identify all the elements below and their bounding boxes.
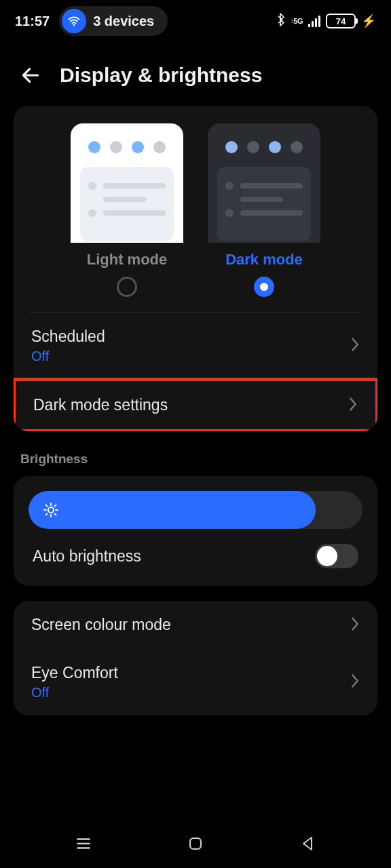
- auto-brightness-label: Auto brightness: [33, 547, 141, 566]
- chevron-right-icon: [350, 337, 360, 355]
- chevron-right-icon: [350, 673, 360, 691]
- chevron-right-icon: [348, 397, 358, 414]
- status-bar: 11:57 3 devices ↕5G 74 ⚡: [0, 0, 391, 42]
- page-header: Display & brightness: [0, 42, 391, 106]
- svg-line-7: [54, 513, 56, 515]
- page-title: Display & brightness: [60, 64, 262, 87]
- scheduled-value: Off: [31, 349, 105, 364]
- dark-mode-label: Dark mode: [225, 251, 303, 269]
- highlight-box: Dark mode settings: [14, 378, 377, 431]
- sun-icon: [42, 501, 60, 519]
- back-nav-button[interactable]: [293, 829, 322, 859]
- svg-line-9: [54, 505, 56, 507]
- light-mode-option[interactable]: Light mode: [71, 123, 183, 297]
- svg-line-6: [46, 505, 48, 507]
- svg-line-8: [46, 513, 48, 515]
- brightness-fill: [29, 491, 316, 529]
- dark-mode-option[interactable]: Dark mode: [208, 123, 320, 297]
- light-mode-label: Light mode: [87, 251, 168, 269]
- system-nav-bar: [0, 819, 391, 868]
- scheduled-row[interactable]: Scheduled Off: [14, 313, 377, 379]
- screen-colour-label: Screen colour mode: [31, 616, 171, 634]
- svg-point-1: [48, 507, 54, 513]
- bluetooth-icon: [276, 13, 285, 30]
- chevron-right-icon: [350, 616, 360, 634]
- svg-point-0: [73, 24, 75, 26]
- scheduled-label: Scheduled: [31, 328, 105, 346]
- wifi-icon: [62, 9, 86, 33]
- auto-brightness-row: Auto brightness: [29, 529, 362, 583]
- devices-pill[interactable]: 3 devices: [59, 6, 168, 36]
- devices-count: 3 devices: [93, 14, 154, 29]
- battery-indicator: 74: [326, 14, 356, 28]
- light-mode-radio[interactable]: [117, 277, 137, 297]
- dark-mode-preview: [208, 123, 320, 243]
- light-mode-preview: [71, 123, 183, 243]
- home-button[interactable]: [181, 829, 210, 859]
- signal-icon: [308, 15, 320, 27]
- auto-brightness-toggle[interactable]: [315, 544, 358, 568]
- display-options-card: Screen colour mode Eye Comfort Off: [14, 601, 377, 715]
- eye-comfort-value: Off: [31, 685, 118, 701]
- back-button[interactable]: [19, 64, 42, 87]
- recents-button[interactable]: [69, 829, 98, 859]
- brightness-card: Auto brightness: [14, 476, 377, 586]
- screen-colour-row[interactable]: Screen colour mode: [14, 601, 377, 649]
- eye-comfort-label: Eye Comfort: [31, 664, 118, 682]
- status-time: 11:57: [15, 14, 50, 29]
- charging-icon: ⚡: [361, 14, 376, 28]
- svg-rect-10: [190, 838, 201, 849]
- dark-mode-settings-label: Dark mode settings: [33, 396, 168, 414]
- dark-mode-radio[interactable]: [254, 277, 274, 297]
- network-type: ↕5G: [291, 17, 303, 25]
- dark-mode-settings-row[interactable]: Dark mode settings: [16, 381, 375, 429]
- eye-comfort-row[interactable]: Eye Comfort Off: [14, 649, 377, 715]
- brightness-section-label: Brightness: [0, 446, 391, 476]
- theme-card: Light mode Dark mode Scheduled Off: [14, 106, 377, 431]
- brightness-slider[interactable]: [29, 491, 362, 529]
